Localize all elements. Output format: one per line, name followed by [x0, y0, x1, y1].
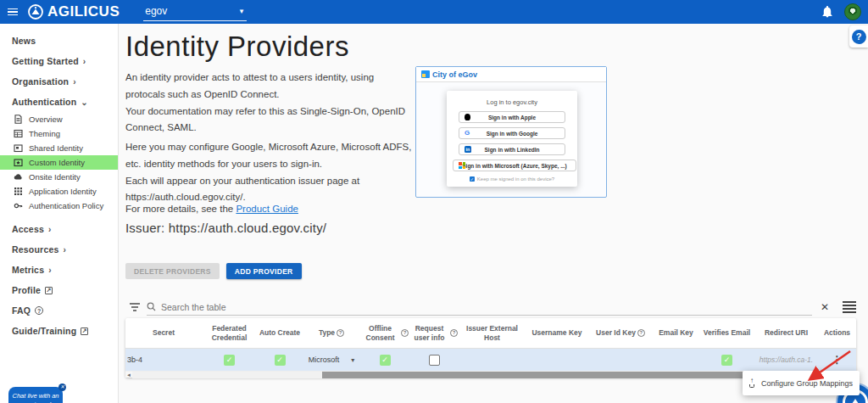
cell-redirect-uri: https://auth.ca-1.: [754, 355, 818, 364]
sidebar-item-custom-identity[interactable]: Custom Identity: [0, 155, 118, 170]
sidebar-item-authentication[interactable]: Authentication ⌄: [0, 92, 118, 112]
details-line: For more details, see the Product Guide: [125, 204, 298, 214]
column-header-type: Type?: [303, 318, 360, 348]
key-icon: [14, 201, 23, 210]
brand-name: AGILICUS: [47, 3, 120, 20]
delete-providers-button[interactable]: DELETE PROVIDERS: [125, 263, 220, 279]
checked-checkbox[interactable]: ✓: [721, 355, 732, 366]
sidebar-item-guide-training[interactable]: Guide/Training ↗: [0, 321, 118, 341]
column-header-actions: Actions: [818, 318, 856, 348]
sidebar-item-theming[interactable]: Theming: [0, 126, 118, 141]
column-header-request-user-info: Request user info?: [409, 318, 459, 348]
sidebar-item-shared-identity[interactable]: Shared Identity: [0, 141, 118, 155]
chevron-right-icon: ›: [48, 225, 52, 234]
sidebar-item-organisation[interactable]: Organisation ›: [0, 71, 118, 92]
microsoft-signin-button: Sign in with Microsoft (Azure, Skype, ..…: [453, 160, 576, 171]
table-header-row: Secret Federated Credential Auto Create …: [125, 318, 856, 349]
provider-actions: DELETE PROVIDERS ADD PROVIDER: [125, 263, 302, 279]
help-fab[interactable]: ?: [849, 25, 868, 48]
notifications-bell-icon[interactable]: [821, 5, 834, 19]
clear-search-icon[interactable]: ✕: [812, 301, 837, 313]
providers-table: Secret Federated Credential Auto Create …: [125, 318, 856, 378]
sidebar-item-getting-started[interactable]: Getting Started ›: [0, 51, 118, 71]
sidebar-item-profile[interactable]: Profile ↗: [0, 280, 118, 300]
add-provider-button[interactable]: ADD PROVIDER: [226, 263, 302, 279]
help-circle-icon[interactable]: ?: [337, 329, 344, 337]
cell-auto-create: ✓: [257, 355, 303, 366]
sidebar-item-access[interactable]: Access ›: [0, 219, 118, 239]
sidebar-item-application-identity[interactable]: Application Identity: [0, 184, 118, 199]
more-vert-icon[interactable]: ⋮: [832, 355, 843, 364]
chat-bubble[interactable]: Chat live with an agent now! ✕: [8, 387, 63, 403]
document-icon: [14, 115, 23, 124]
column-header-verifies-email: Verifies Email: [699, 318, 754, 348]
help-circle-icon: ?: [35, 306, 43, 315]
user-avatar[interactable]: [844, 3, 861, 20]
sidebar-item-resources[interactable]: Resources ›: [0, 239, 118, 260]
column-header-user-id-key: User Id Key?: [588, 318, 653, 348]
cell-request-user-info: [409, 355, 459, 366]
help-circle-icon[interactable]: ?: [450, 329, 458, 337]
cell-federated-credential: ✓: [202, 355, 257, 366]
row-actions-menu: ↑ Configure Group Mappings: [743, 371, 860, 395]
sidebar-item-authentication-policy[interactable]: Authentication Policy: [0, 199, 118, 213]
google-signin-button: G Sign in with Google: [459, 127, 565, 139]
cell-verifies-email: ✓: [699, 355, 754, 366]
configure-paragraph: Here you may configure Google, Microsoft…: [125, 139, 412, 206]
identity-providers-page: AGILICUS egov ▾ ? News Getting Started ›…: [0, 0, 868, 403]
apps-grid-icon: [14, 187, 23, 196]
sidebar-item-overview[interactable]: Overview: [0, 112, 118, 126]
cell-actions: ⋮: [818, 355, 856, 364]
brand: AGILICUS: [27, 3, 120, 20]
cell-secret: 3b-4: [125, 355, 202, 364]
intro-paragraph: An identity provider acts to attest to a…: [125, 70, 412, 137]
menu-item-configure-group-mappings[interactable]: Configure Group Mappings: [761, 379, 853, 388]
keep-signed-in-row: ✓ Keep me signed in on this device?: [453, 176, 571, 182]
checked-checkbox[interactable]: ✓: [275, 355, 286, 366]
custom-identity-icon: [14, 158, 23, 167]
caret-down-icon: ▾: [240, 7, 244, 15]
top-app-bar: AGILICUS egov ▾: [0, 0, 868, 24]
chevron-down-icon: ⌄: [81, 98, 88, 107]
live-chat-widget: Chat live with an agent now! ✕: [8, 387, 63, 403]
checked-checkbox[interactable]: ✓: [224, 355, 235, 366]
cell-type-select[interactable]: Microsoft ▾: [303, 355, 360, 364]
menu-icon[interactable]: [0, 8, 25, 16]
table-menu-icon[interactable]: [843, 301, 856, 313]
help-icon: ?: [852, 30, 866, 44]
city-logo-icon: [421, 70, 430, 78]
column-header-issuer-external-host: Issuer External Host: [459, 318, 526, 348]
product-guide-link[interactable]: Product Guide: [236, 204, 298, 214]
close-icon[interactable]: ✕: [58, 383, 66, 391]
agilicus-logo-icon: [27, 3, 44, 20]
checked-checkbox-icon: ✓: [470, 176, 475, 182]
organisation-select[interactable]: egov ▾: [143, 3, 247, 21]
search-icon: [147, 302, 156, 311]
sidebar-item-news[interactable]: News: [0, 31, 118, 51]
cell-offline-consent: ✓: [360, 355, 409, 366]
sidebar-item-metrics[interactable]: Metrics ›: [0, 260, 118, 280]
scroll-left-icon[interactable]: ◄: [125, 372, 132, 378]
apple-icon: [465, 114, 470, 120]
table-row[interactable]: 3b-4 ✓ ✓ Microsoft ▾ ✓ ✓ https://auth.ca…: [125, 349, 856, 371]
help-circle-icon[interactable]: ?: [637, 329, 645, 337]
help-circle-icon[interactable]: ?: [401, 329, 409, 337]
sidebar-item-onsite-identity[interactable]: Onsite Identity: [0, 170, 118, 184]
configure-mappings-icon: ↑: [749, 378, 754, 388]
login-preview-dialog: Log in to egov.city Sign in with Apple G…: [447, 91, 577, 187]
sidebar: News Getting Started › Organisation › Au…: [0, 24, 119, 403]
filter-icon[interactable]: [129, 303, 140, 311]
checked-checkbox[interactable]: ✓: [380, 355, 391, 366]
sidebar-item-faq[interactable]: FAQ ?: [0, 300, 118, 321]
chevron-right-icon: ›: [48, 266, 52, 275]
organisation-select-value: egov: [145, 5, 167, 17]
search-input[interactable]: [161, 302, 812, 312]
cloud-icon: [14, 172, 23, 182]
login-preview-card: City of eGov Log in to egov.city Sign in…: [415, 66, 607, 198]
unchecked-checkbox[interactable]: [429, 355, 440, 366]
column-header-auto-create: Auto Create: [257, 318, 303, 348]
column-header-username-key: Username Key: [526, 318, 588, 348]
column-header-federated-credential: Federated Credential: [202, 318, 257, 348]
column-header-secret: Secret: [125, 318, 202, 348]
linkedin-icon: in: [465, 146, 471, 153]
